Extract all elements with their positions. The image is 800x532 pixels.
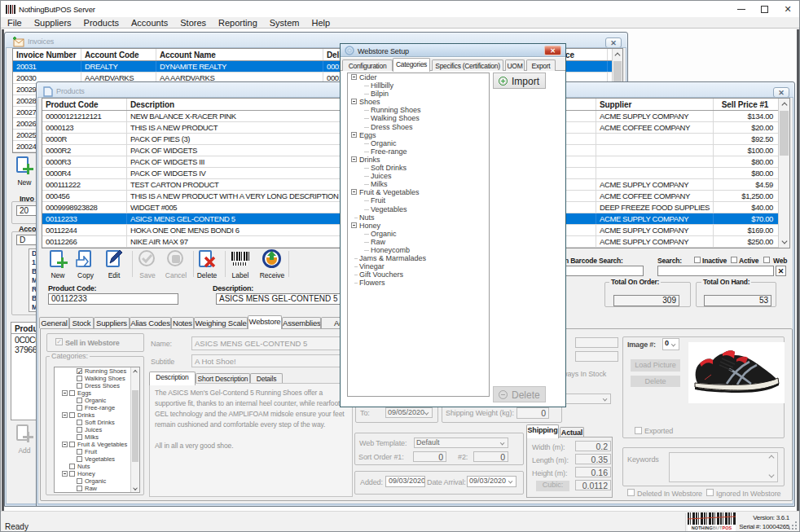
category-checkbox[interactable]: [77, 383, 82, 389]
dialog-tree-item[interactable]: Organic: [348, 139, 489, 147]
tab-alias-codes[interactable]: Alias Codes: [130, 317, 171, 328]
category-checkbox[interactable]: [69, 471, 75, 477]
maximize-button[interactable]: [753, 1, 776, 17]
dialog-tree-item[interactable]: Fruit & Vegetables: [348, 188, 489, 196]
hidden-field-1[interactable]: [575, 337, 618, 348]
keywords-box[interactable]: [669, 452, 778, 482]
menu-item[interactable]: System: [270, 17, 300, 29]
category-checkbox[interactable]: [77, 456, 82, 462]
scroll-up-button[interactable]: [131, 367, 139, 375]
category-checkbox[interactable]: [77, 434, 82, 440]
category-tree-item[interactable]: Drinks: [55, 411, 139, 419]
category-tree-item[interactable]: Nuts: [55, 463, 139, 470]
tab-suppliers[interactable]: Suppliers: [94, 317, 130, 328]
dialog-tab-configuration[interactable]: Configuration: [342, 59, 393, 71]
dialog-tree-item[interactable]: Organic: [348, 230, 489, 238]
dialog-tree-item[interactable]: Honey: [348, 222, 489, 230]
sort-order-2-field[interactable]: 0: [473, 451, 508, 462]
dialog-tree-item[interactable]: Juices: [348, 172, 489, 180]
exported-checkbox[interactable]: [635, 427, 642, 434]
scroll-down-button[interactable]: [131, 485, 139, 492]
tree-expand-icon[interactable]: [351, 132, 357, 138]
category-tree-item[interactable]: Raw: [55, 485, 139, 492]
category-checkbox[interactable]: [77, 376, 82, 381]
scrollbar-thumb[interactable]: [132, 390, 138, 462]
menu-item[interactable]: Reporting: [218, 17, 257, 29]
scrollbar-thumb[interactable]: [780, 111, 789, 156]
dialog-tree-item[interactable]: Fruit: [348, 196, 489, 204]
toolbar-edit-button[interactable]: Edit: [99, 249, 130, 279]
toolbar-delete-button[interactable]: Delete: [191, 249, 222, 279]
tab-weighing-scale[interactable]: Weighing Scale: [194, 317, 248, 328]
length-field[interactable]: 0.35: [575, 454, 611, 464]
tab-description[interactable]: Description: [149, 372, 196, 385]
dialog-tab-uom[interactable]: UOM: [505, 59, 525, 71]
dialog-tree-item[interactable]: Bilpin: [348, 90, 489, 98]
column-header-sell-price[interactable]: Sell Price #1: [714, 99, 779, 110]
category-checkbox[interactable]: [77, 398, 82, 403]
tree-expand-icon[interactable]: [62, 471, 68, 477]
date-arrival-combo[interactable]: 09/03/2020: [467, 476, 516, 487]
menu-item[interactable]: Stores: [180, 17, 206, 29]
dialog-tree-item[interactable]: Hillbilly: [348, 81, 489, 90]
minimize-button[interactable]: [730, 1, 753, 17]
dialog-tree-item[interactable]: Shoes: [348, 98, 489, 106]
hidden-field-2[interactable]: [575, 351, 618, 362]
tab-general[interactable]: General: [39, 317, 69, 328]
scroll-down-button[interactable]: [779, 236, 789, 248]
column-header-account-code[interactable]: Account Code: [81, 49, 156, 60]
sell-in-webstore-checkbox[interactable]: ✓: [55, 338, 63, 345]
scroll-up-button[interactable]: [779, 99, 789, 110]
tree-expand-icon[interactable]: [351, 99, 357, 104]
dialog-close-button[interactable]: ✕: [544, 46, 561, 55]
category-checkbox[interactable]: ✓: [77, 368, 82, 374]
toolbar-receive-button[interactable]: Receive: [257, 249, 288, 279]
category-checkbox[interactable]: [77, 449, 82, 455]
category-checkbox[interactable]: [69, 442, 75, 447]
dialog-tree-item[interactable]: Milks: [348, 180, 489, 188]
dialog-tree-item[interactable]: Honeycomb: [348, 246, 489, 254]
name-field[interactable]: ASICS MENS GEL-CONTEND 5: [191, 336, 343, 350]
toolbar-new-button[interactable]: New: [42, 249, 73, 279]
height-field[interactable]: 0.16: [575, 467, 611, 477]
tree-expand-icon[interactable]: [351, 156, 357, 162]
column-header-supplier[interactable]: Supplier: [596, 99, 714, 110]
added-field[interactable]: 09/03/2020: [385, 476, 425, 487]
dialog-tree-item[interactable]: Running Shoes: [348, 106, 489, 114]
category-tree-item[interactable]: Juices: [55, 426, 139, 433]
menu-item[interactable]: File: [7, 17, 22, 29]
tab-notes[interactable]: Notes: [171, 317, 194, 328]
dialog-tree-item[interactable]: Nuts: [348, 213, 489, 222]
dialog-delete-button[interactable]: Delete: [493, 386, 546, 402]
dialog-tree-item[interactable]: Soft Drinks: [348, 164, 489, 172]
dialog-tree-item[interactable]: Vinegar: [348, 262, 489, 270]
category-checkbox[interactable]: [77, 486, 82, 491]
tree-expand-icon[interactable]: [351, 189, 357, 195]
dialog-tree-item[interactable]: Free-range: [348, 147, 489, 156]
tab-stock[interactable]: Stock: [69, 317, 94, 328]
cubic-button[interactable]: Cubic:: [536, 481, 569, 491]
dialog-tree-item[interactable]: Eggs: [348, 131, 489, 139]
category-checkbox[interactable]: [69, 390, 75, 396]
column-header-product-code[interactable]: Product Code: [42, 99, 127, 110]
product-code-field[interactable]: 00112233: [48, 293, 178, 305]
dialog-tree-item[interactable]: Dress Shoes: [348, 123, 489, 131]
dialog-tree-item[interactable]: Drinks: [348, 156, 489, 164]
category-tree-item[interactable]: Milks: [55, 433, 139, 441]
sort-order-1-field[interactable]: 0: [413, 451, 446, 462]
dialog-tree-item[interactable]: Gift Vouchers: [348, 270, 489, 279]
tab-assemblies[interactable]: Assemblies: [282, 317, 321, 328]
web-checkbox[interactable]: [763, 257, 770, 263]
load-picture-button[interactable]: Load Picture: [631, 359, 680, 372]
category-checkbox[interactable]: [69, 464, 75, 469]
dialog-tree-item[interactable]: Flowers: [348, 279, 489, 287]
categories-tree-scrollbar[interactable]: [130, 367, 139, 492]
toolbar-save-button[interactable]: Save: [132, 249, 163, 279]
toolbar-cancel-button[interactable]: Cancel: [160, 249, 191, 279]
category-checkbox[interactable]: [77, 427, 82, 433]
dialog-tree-item[interactable]: Walking Shoes: [348, 114, 489, 122]
tree-expand-icon[interactable]: [62, 442, 68, 447]
dialog-tab-specifics-certification-[interactable]: Specifics (Certification): [432, 59, 503, 71]
cubic-field[interactable]: 0.0112: [575, 480, 611, 490]
menu-item[interactable]: Accounts: [131, 17, 168, 29]
